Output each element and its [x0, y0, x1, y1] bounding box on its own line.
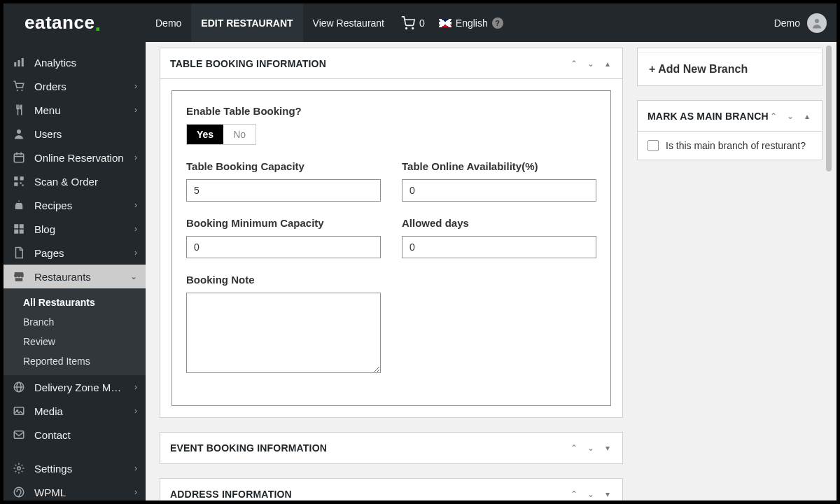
move-up-icon[interactable]: ⌃: [569, 59, 579, 69]
chevron-right-icon: ›: [134, 153, 137, 162]
toggle-yes[interactable]: Yes: [187, 125, 223, 144]
chevron-right-icon: ›: [134, 248, 137, 258]
sidebar-item-label: WPML: [34, 486, 126, 498]
topnav-view-restaurant[interactable]: View Restaurant: [303, 4, 394, 42]
sidebar: AnalyticsOrders›Menu›UsersOnline Reserva…: [4, 42, 146, 500]
sidebar-item-blog[interactable]: Blog›: [4, 217, 146, 241]
sidebar-item-media[interactable]: Media›: [4, 399, 146, 423]
move-up-icon[interactable]: ⌃: [569, 489, 579, 499]
store-icon: [12, 270, 26, 284]
scrollbar-thumb[interactable]: [826, 46, 832, 172]
sidebar-item-scan-order[interactable]: Scan & Order: [4, 169, 146, 193]
sidebar-item-pages[interactable]: Pages›: [4, 241, 146, 265]
move-up-icon[interactable]: ⌃: [769, 111, 778, 121]
brand-text: eatance: [24, 12, 94, 34]
scrollbar[interactable]: [825, 46, 833, 497]
sidebar-sub-all-restaurants[interactable]: All Restaurants: [4, 293, 146, 312]
allowed-days-input[interactable]: [402, 236, 596, 258]
sidebar-item-analytics[interactable]: Analytics: [4, 50, 146, 74]
mail-icon: [12, 428, 26, 442]
gear-icon: [12, 461, 26, 475]
sidebar-sub-branch[interactable]: Branch: [4, 312, 146, 332]
svg-point-0: [406, 27, 407, 29]
panel-head-event-booking[interactable]: EVENT BOOKING INFORMATION ⌃⌄▾: [160, 433, 622, 463]
panel-title: ADDRESS INFORMATION: [170, 489, 292, 500]
user-icon: [12, 127, 26, 141]
sidebar-item-contact[interactable]: Contact: [4, 423, 146, 447]
sidebar-item-label: Settings: [34, 463, 126, 475]
panel-head-main-branch[interactable]: MARK AS MAIN BRANCH ⌃⌄▴: [638, 101, 822, 132]
min-capacity-label: Booking Minimum Capacity: [186, 217, 381, 229]
sidebar-item-orders[interactable]: Orders›: [4, 74, 146, 98]
move-down-icon[interactable]: ⌄: [785, 111, 795, 121]
chevron-right-icon: ›: [134, 487, 137, 497]
svg-point-28: [18, 467, 21, 470]
chevron-right-icon: ›: [134, 81, 137, 91]
sidebar-sub-reported[interactable]: Reported Items: [4, 351, 146, 371]
chevron-right-icon: ›: [134, 200, 137, 210]
expand-icon[interactable]: ▾: [603, 443, 612, 453]
move-down-icon[interactable]: ⌄: [586, 489, 596, 499]
avatar: [807, 13, 827, 33]
toggle-no[interactable]: No: [223, 125, 255, 144]
sidebar-item-wpml[interactable]: WPML›: [4, 480, 146, 500]
cart-icon: [12, 79, 26, 93]
svg-rect-27: [14, 431, 24, 439]
topnav-cart[interactable]: 0: [394, 4, 432, 42]
move-up-icon[interactable]: ⌃: [569, 443, 579, 453]
sidebar-item-menu[interactable]: Menu›: [4, 98, 146, 122]
sidebar-item-delivery-zone-manager[interactable]: Delivery Zone Manager›: [4, 375, 146, 399]
sidebar-item-restaurants[interactable]: Restaurants ⌄: [4, 265, 146, 288]
chevron-down-icon: ⌄: [130, 272, 137, 281]
availability-input[interactable]: [402, 179, 596, 202]
panel-head-table-booking[interactable]: TABLE BOOKING INFORMATION ⌃ ⌄ ▴: [160, 48, 622, 79]
sidebar-item-label: Users: [34, 128, 137, 140]
page-icon: [12, 246, 26, 260]
sidebar-item-settings[interactable]: Settings›: [4, 456, 146, 480]
brand-logo[interactable]: eatance.: [4, 4, 146, 42]
main-content: TABLE BOOKING INFORMATION ⌃ ⌄ ▴ Enable T…: [146, 42, 836, 500]
collapse-icon[interactable]: ▴: [603, 59, 612, 69]
svg-rect-4: [18, 60, 20, 66]
calendar-icon: [12, 150, 26, 164]
cart-icon: [401, 16, 415, 30]
topnav-language[interactable]: English ?: [432, 4, 510, 42]
sidebar-submenu: All Restaurants Branch Review Reported I…: [4, 288, 146, 375]
min-capacity-input[interactable]: [186, 236, 381, 258]
qr-icon: [12, 174, 26, 188]
sidebar-item-online-reservation[interactable]: Online Reservation›: [4, 146, 146, 169]
topbar-user[interactable]: Demo: [774, 4, 836, 42]
sidebar-item-users[interactable]: Users: [4, 122, 146, 146]
topnav-edit-restaurant[interactable]: EDIT RESTAURANT: [191, 4, 302, 42]
svg-rect-17: [22, 185, 24, 186]
sidebar-item-recipes[interactable]: Recipes›: [4, 193, 146, 217]
topbar: eatance. Demo EDIT RESTAURANT View Resta…: [4, 4, 836, 42]
sidebar-item-label: Delivery Zone Manager: [34, 382, 126, 393]
sidebar-sub-review[interactable]: Review: [4, 332, 146, 351]
panel-address: ADDRESS INFORMATION ⌃⌄▾: [160, 478, 623, 500]
chevron-right-icon: ›: [134, 224, 137, 234]
main-branch-checkbox-row[interactable]: Is this main branch of resturant?: [648, 140, 812, 151]
booking-note-textarea[interactable]: [186, 293, 381, 373]
uk-flag-icon: [439, 19, 451, 27]
enable-booking-label: Enable Table Booking?: [186, 105, 596, 117]
add-branch-button[interactable]: + Add New Branch: [638, 52, 822, 85]
collapse-icon[interactable]: ▴: [802, 111, 812, 121]
expand-icon[interactable]: ▾: [603, 489, 612, 499]
panel-table-booking: TABLE BOOKING INFORMATION ⌃ ⌄ ▴ Enable T…: [160, 48, 623, 418]
panel-head-address[interactable]: ADDRESS INFORMATION ⌃⌄▾: [160, 479, 622, 500]
globe-icon: [12, 380, 26, 394]
chevron-right-icon: ›: [134, 406, 137, 416]
move-down-icon[interactable]: ⌄: [586, 59, 596, 69]
sidebar-item-label: Orders: [34, 80, 126, 92]
sidebar-item-label: Recipes: [34, 200, 126, 211]
checkbox-icon[interactable]: [648, 140, 659, 151]
capacity-input[interactable]: [186, 179, 381, 202]
help-icon: ?: [492, 18, 503, 29]
svg-point-2: [815, 19, 819, 23]
move-down-icon[interactable]: ⌄: [586, 443, 596, 453]
panel-title: MARK AS MAIN BRANCH: [648, 111, 769, 122]
user-name: Demo: [774, 18, 800, 29]
topnav-demo[interactable]: Demo: [146, 4, 191, 42]
main-branch-check-label: Is this main branch of resturant?: [666, 140, 806, 151]
